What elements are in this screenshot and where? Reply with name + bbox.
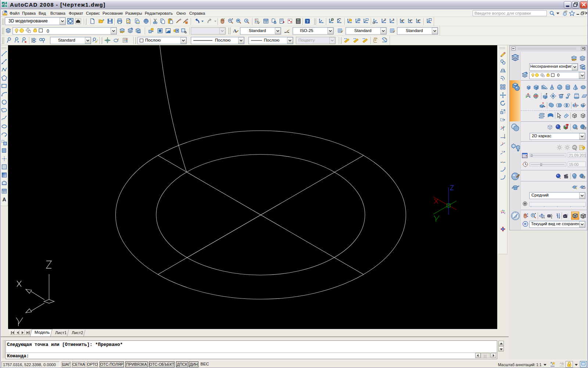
svg-text:Z: Z: [417, 20, 419, 23]
svg-text:A: A: [2, 197, 6, 202]
svg-text:X: X: [401, 20, 404, 23]
svg-text:?: ?: [306, 19, 309, 24]
svg-text:Y: Y: [409, 20, 412, 23]
svg-text:3: 3: [392, 18, 394, 21]
svg-text:Z: Z: [384, 18, 386, 21]
